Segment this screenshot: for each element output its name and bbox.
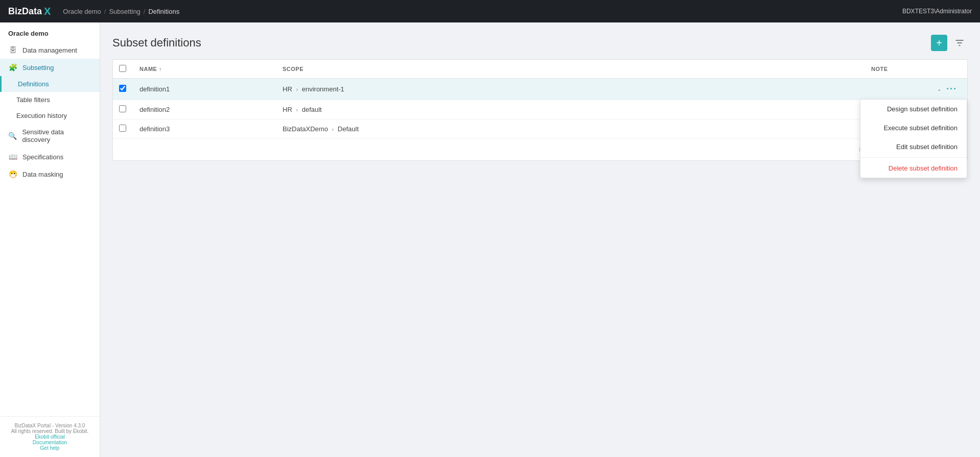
data-management-icon: 🗄 bbox=[8, 46, 17, 54]
sidebar-sub-item-label-definitions: Definitions bbox=[18, 80, 49, 88]
table-row: definition2 HR › default - bbox=[113, 100, 967, 119]
row3-checkbox[interactable] bbox=[119, 125, 126, 132]
sidebar-footer-link-help[interactable]: Get help bbox=[4, 445, 96, 451]
table-footer: Items per page: 10 25 50 1 – 3 of 3 bbox=[113, 139, 967, 160]
row1-scope-from: HR bbox=[283, 85, 292, 93]
context-menu-delete[interactable]: Delete subset definition bbox=[860, 159, 967, 178]
context-menu-design[interactable]: Design subset definition bbox=[860, 100, 967, 118]
sidebar-item-label-data-management: Data management bbox=[22, 46, 77, 54]
topnav-user: BDXTEST3\Administrator bbox=[902, 8, 972, 15]
scope-arrow: › bbox=[332, 126, 334, 132]
main-content: Subset definitions + NAME ↑ bbox=[100, 22, 980, 457]
breadcrumb-sep-1: / bbox=[104, 8, 106, 15]
sidebar-sub-item-execution-history[interactable]: Execution history bbox=[0, 108, 100, 124]
context-menu: Design subset definition Execute subset … bbox=[860, 99, 967, 178]
row2-scope-from: HR bbox=[283, 106, 292, 113]
sidebar-version: BizDataX Portal - Version 4.3.0 bbox=[4, 423, 96, 428]
row1-checkbox[interactable] bbox=[119, 85, 126, 92]
sidebar-item-label-sensitive-data: Sensitive data discovery bbox=[22, 128, 91, 143]
table-row: definition3 BizDataXDemo › Default - bbox=[113, 119, 967, 139]
row3-scope-to: Default bbox=[338, 125, 359, 133]
subsetting-icon: 🧩 bbox=[8, 63, 17, 71]
sidebar-item-sensitive-data-discovery[interactable]: 🔍 Sensitive data discovery bbox=[0, 124, 100, 148]
context-menu-divider bbox=[860, 157, 967, 158]
filter-icon bbox=[955, 39, 964, 47]
filter-button[interactable] bbox=[951, 35, 968, 51]
sidebar-item-subsetting[interactable]: 🧩 Subsetting bbox=[0, 59, 100, 76]
sidebar-item-label-data-masking: Data masking bbox=[22, 171, 63, 178]
row3-check-cell bbox=[113, 119, 133, 139]
table-header: NAME ↑ SCOPE NOTE bbox=[113, 60, 967, 79]
logo: BizDataX bbox=[8, 6, 51, 17]
row2-check-cell bbox=[113, 100, 133, 119]
row2-scope-to: default bbox=[302, 106, 322, 113]
sidebar-item-data-management[interactable]: 🗄 Data management bbox=[0, 41, 100, 59]
row3-name: definition3 bbox=[133, 119, 276, 139]
sidebar-item-data-masking[interactable]: 😷 Data masking bbox=[0, 165, 100, 183]
add-definition-button[interactable]: + bbox=[931, 35, 947, 51]
sidebar-footer: BizDataX Portal - Version 4.3.0 All righ… bbox=[0, 416, 100, 457]
app-body: Oracle demo 🗄 Data management 🧩 Subsetti… bbox=[0, 22, 980, 457]
row1-note-cell: - ··· Design subset definition Execute s… bbox=[865, 79, 967, 100]
row2-checkbox[interactable] bbox=[119, 105, 126, 112]
col-scope: SCOPE bbox=[276, 60, 865, 79]
col-name[interactable]: NAME ↑ bbox=[133, 60, 276, 79]
data-table: NAME ↑ SCOPE NOTE definition1 HR bbox=[113, 60, 967, 139]
breadcrumb-subsetting[interactable]: Subsetting bbox=[109, 8, 140, 15]
logo-text: BizData bbox=[8, 6, 42, 17]
page-header: Subset definitions + bbox=[112, 35, 968, 51]
sidebar-item-specifications[interactable]: 📖 Specifications bbox=[0, 148, 100, 165]
context-menu-edit[interactable]: Edit subset definition bbox=[860, 137, 967, 156]
data-masking-icon: 😷 bbox=[8, 170, 17, 178]
row1-check-cell bbox=[113, 79, 133, 100]
sidebar-item-label-subsetting: Subsetting bbox=[22, 64, 54, 71]
page-title: Subset definitions bbox=[112, 36, 201, 50]
table-header-row: NAME ↑ SCOPE NOTE bbox=[113, 60, 967, 79]
sidebar-sub-item-definitions[interactable]: Definitions bbox=[0, 76, 100, 92]
row2-scope: HR › default bbox=[276, 100, 865, 119]
col-check bbox=[113, 60, 133, 79]
specifications-icon: 📖 bbox=[8, 153, 17, 161]
row2-name: definition2 bbox=[133, 100, 276, 119]
sidebar-item-label-specifications: Specifications bbox=[22, 153, 63, 161]
col-note: NOTE bbox=[865, 60, 967, 79]
breadcrumb-oracle-demo[interactable]: Oracle demo bbox=[63, 8, 101, 15]
sidebar-sub-item-label-execution-history: Execution history bbox=[16, 112, 67, 119]
page-actions: + bbox=[931, 35, 968, 51]
sidebar: Oracle demo 🗄 Data management 🧩 Subsetti… bbox=[0, 22, 100, 457]
row1-scope: HR › environment-1 bbox=[276, 79, 865, 100]
table-body: definition1 HR › environment-1 - ··· Des… bbox=[113, 79, 967, 139]
sidebar-sub-item-label-table-filters: Table filters bbox=[16, 96, 50, 104]
sidebar-rights: All rights reserved. Built by Ekobit. bbox=[4, 428, 96, 434]
sidebar-section-title: Oracle demo bbox=[0, 22, 100, 41]
sensitive-data-icon: 🔍 bbox=[8, 132, 17, 140]
sidebar-footer-link-ekobit[interactable]: Ekobit official bbox=[4, 434, 96, 440]
row3-scope-from: BizDataXDemo bbox=[283, 125, 328, 133]
row1-scope-to: environment-1 bbox=[302, 85, 344, 93]
breadcrumb-sep-2: / bbox=[144, 8, 146, 15]
topnav: BizDataX Oracle demo / Subsetting / Defi… bbox=[0, 0, 980, 22]
scope-arrow: › bbox=[296, 86, 298, 92]
table-card: NAME ↑ SCOPE NOTE definition1 HR bbox=[112, 59, 968, 161]
sidebar-footer-link-docs[interactable]: Documentation bbox=[4, 440, 96, 445]
breadcrumb: Oracle demo / Subsetting / Definitions bbox=[63, 8, 179, 15]
logo-x: X bbox=[44, 6, 51, 17]
table-row: definition1 HR › environment-1 - ··· Des… bbox=[113, 79, 967, 100]
row1-name: definition1 bbox=[133, 79, 276, 100]
select-all-checkbox[interactable] bbox=[119, 65, 126, 72]
scope-arrow: › bbox=[296, 107, 298, 113]
breadcrumb-current: Definitions bbox=[148, 8, 179, 15]
sidebar-sub-item-table-filters[interactable]: Table filters bbox=[0, 92, 100, 108]
topnav-left: BizDataX Oracle demo / Subsetting / Defi… bbox=[8, 6, 179, 17]
row3-scope: BizDataXDemo › Default bbox=[276, 119, 865, 139]
context-menu-execute[interactable]: Execute subset definition bbox=[860, 118, 967, 137]
row1-note: - bbox=[938, 86, 940, 93]
row1-more-button[interactable]: ··· bbox=[942, 84, 961, 94]
